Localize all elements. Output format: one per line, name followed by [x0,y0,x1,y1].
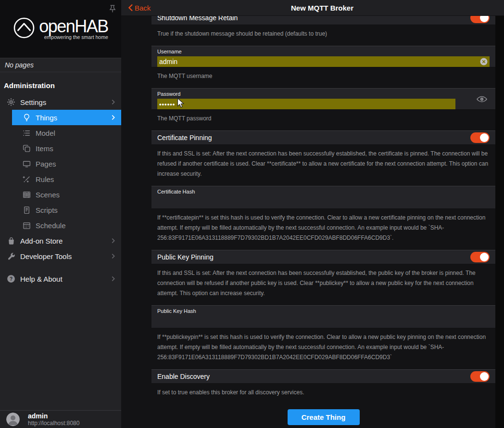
magic-wand-icon [21,175,32,183]
help-icon: ? [6,274,16,283]
row-description: The MQTT password [151,114,495,124]
avatar [6,413,20,426]
sidebar-item-items[interactable]: Items [0,141,121,156]
sidebar-item-addon-store[interactable]: Add-on Store [0,233,121,248]
sidebar-item-label: Things [36,114,57,122]
row-label: Enable Discovery [157,373,210,380]
user-name: admin [28,413,79,420]
field-label: Username [157,49,490,54]
public-key-pinning-toggle[interactable] [470,252,490,262]
toggle-knob [480,133,489,142]
row-description: The MQTT username [151,71,495,81]
sidebar-item-label: Rules [36,175,54,183]
chevron-right-icon [110,237,116,244]
chevron-right-icon [110,99,116,105]
config-row-public-key-pinning: Public Key Pinning [151,250,495,264]
username-input[interactable] [157,56,490,67]
config-row-certificate-hash[interactable]: Certificate Hash [151,186,495,209]
sidebar-section-administration: Administration [0,72,121,94]
model-tree-icon [21,129,32,137]
openhab-logo-icon [13,17,35,41]
back-label: Back [135,4,151,12]
sidebar-item-schedule[interactable]: Schedule [0,218,121,233]
config-row-username: Username [151,46,495,67]
toggle-knob [480,253,489,261]
sidebar-item-help-about[interactable]: ? Help & About [0,271,121,286]
row-description: If **publickeypin** is set this hash is … [151,332,495,363]
password-input[interactable] [157,99,455,109]
row-label: Certificate Pinning [157,134,212,142]
sidebar-item-label: Scripts [36,206,58,214]
config-form: Shutdown Message Retain True if the shut… [151,0,495,425]
svg-text:?: ? [10,276,13,282]
chevron-right-icon [110,114,116,121]
sidebar-item-label: Scenes [36,191,60,199]
clear-input-icon[interactable] [480,58,488,65]
sidebar-item-settings[interactable]: Settings [0,94,121,110]
film-icon [21,191,32,199]
config-row-password: Password [151,88,495,110]
create-thing-button[interactable]: Create Thing [288,409,360,425]
logo-tagline: empowering the smart home [44,34,108,40]
user-panel[interactable]: admin http://localhost:8080 [0,410,121,428]
items-copy-icon [21,144,32,153]
sidebar-item-label: Schedule [36,221,66,230]
field-label: Public Key Hash [157,308,490,314]
row-label: Public Key Pinning [157,253,214,261]
row-description: If this and SSL is set: After the next c… [151,149,495,179]
sidebar: openHAB empowering the smart home No pag… [0,0,121,428]
navbar: Back New MQTT Broker [121,0,504,16]
field-label: Certificate Hash [157,189,490,195]
sidebar-item-label: Help & About [20,275,63,283]
config-row-enable-discovery: Enable Discovery [151,369,495,384]
sidebar-item-rules[interactable]: Rules [0,171,121,187]
back-button[interactable]: Back [128,4,151,12]
sidebar-item-label: Developer Tools [20,252,72,260]
certificate-pinning-toggle[interactable] [470,132,490,143]
row-description: If set to true enables this broker for a… [151,388,495,398]
gear-icon [6,98,16,106]
sidebar-item-pages[interactable]: Pages [0,156,121,171]
config-row-public-key-hash[interactable]: Public Key Hash [151,305,495,328]
sidebar-item-scenes[interactable]: Scenes [0,187,121,202]
sidebar-item-label: Items [36,144,53,153]
row-description: If **certificatepin** is set this hash i… [151,213,495,243]
sidebar-item-label: Model [36,129,55,137]
logo-text: openHAB [39,18,108,35]
sidebar-item-things[interactable]: Things [12,110,121,125]
sidebar-item-label: Settings [20,98,46,106]
openhab-logo: openHAB empowering the smart home [13,17,108,41]
script-icon [21,206,32,214]
field-label: Password [157,91,490,97]
chevron-right-icon [110,275,116,282]
chevron-left-icon [128,4,133,12]
main-panel: Shutdown Message Retain True if the shut… [121,0,495,428]
store-bag-icon [6,237,16,245]
page-title: New MQTT Broker [131,4,504,12]
toggle-knob [480,372,489,381]
pin-sidebar-icon[interactable] [108,4,117,13]
config-row-certificate-pinning: Certificate Pinning [151,130,495,145]
sidebar-item-model[interactable]: Model [0,125,121,141]
logo-panel: openHAB empowering the smart home [0,0,121,58]
user-url: http://localhost:8080 [28,420,79,427]
row-description: True if the shutdown message should be r… [151,29,495,39]
chevron-right-icon [110,253,116,259]
sidebar-item-scripts[interactable]: Scripts [0,202,121,218]
no-pages-label: No pages [0,58,121,72]
wrench-icon [6,252,16,260]
lightbulb-icon [21,114,32,122]
sidebar-item-label: Pages [36,160,56,168]
sidebar-item-label: Add-on Store [20,237,63,245]
calendar-icon [21,221,32,230]
enable-discovery-toggle[interactable] [470,371,490,382]
monitor-icon [21,160,32,168]
sidebar-item-developer-tools[interactable]: Developer Tools [0,248,121,264]
show-password-eye-icon[interactable] [476,94,488,104]
row-description: If this and SSL is set: After the next c… [151,268,495,298]
